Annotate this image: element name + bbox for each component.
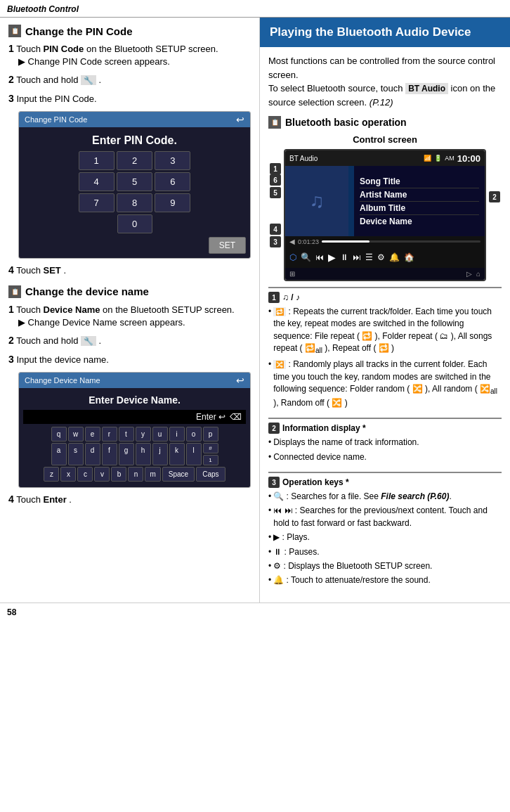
pause-icon[interactable]: ⏸ (340, 252, 348, 262)
del-icon: ⌫ (230, 412, 242, 422)
progress-area: ◀ 0:01:23 (285, 236, 485, 247)
key-c[interactable]: c (77, 467, 93, 482)
key-l[interactable]: l (186, 443, 202, 465)
key-7[interactable]: 7 (79, 193, 115, 212)
key-g[interactable]: g (119, 443, 134, 465)
elapsed-time: 0:01:23 (298, 238, 319, 245)
key-v[interactable]: v (94, 467, 110, 482)
bullet-track-info: • Displays the name of track information… (268, 437, 502, 449)
key-a[interactable]: a (51, 443, 67, 465)
callout-2: 2 (489, 191, 500, 202)
step-3-pin: 3 Input the PIN Code. (8, 93, 251, 105)
callout-5: 5 (270, 187, 281, 198)
search-icon[interactable]: 🔍 (301, 252, 311, 262)
step-4-device: 4 Touch Enter . (8, 494, 251, 506)
key-j[interactable]: j (152, 443, 168, 465)
settings-icon[interactable]: ⚙ (377, 252, 385, 262)
bullet-repeat: • 🔁 : Repeats the current track/folder. … (268, 306, 502, 356)
keyboard-row-3: z x c v b n m Space Caps (23, 467, 246, 482)
key-u[interactable]: u (152, 427, 168, 442)
page-header: Bluetooth Control (0, 0, 510, 18)
key-k[interactable]: k (169, 443, 185, 465)
step-2-device: 2 Touch and hold 🔧 . (8, 335, 251, 347)
key-hash[interactable]: # (203, 443, 218, 453)
key-o[interactable]: o (186, 427, 202, 442)
album-art: ♫ (285, 166, 348, 236)
key-8[interactable]: 8 (117, 193, 152, 212)
device-name-row: Device Name (360, 215, 479, 228)
key-b[interactable]: b (111, 467, 126, 482)
audio-control-screen: BT Audio 📶 🔋 AM 10:00 ♫ (284, 149, 486, 281)
key-e[interactable]: e (85, 427, 100, 442)
signal-icon: 📶 (424, 155, 431, 162)
bullet-search: • 🔍 : Searches for a file. See File sear… (268, 491, 502, 503)
play-icon[interactable]: ▶ (328, 252, 336, 263)
set-button[interactable]: SET (209, 237, 246, 254)
pin-screen-body: Enter PIN Code. 1 2 3 4 5 6 7 8 9 0 SET (19, 127, 250, 258)
key-space[interactable]: Space (162, 467, 195, 482)
key-6[interactable]: 6 (155, 172, 190, 191)
step-1-device: 1 Touch Device Name on the Bluetooth SET… (8, 304, 251, 329)
key-4[interactable]: 4 (79, 172, 115, 191)
key-d[interactable]: d (85, 443, 100, 465)
bullet-random: • 🔀 : Randomly plays all tracks in the c… (268, 359, 502, 409)
device-name-screen: Change Device Name ↩ Enter Device Name. … (18, 372, 251, 488)
key-1[interactable]: 1 (79, 151, 115, 170)
key-z[interactable]: z (44, 467, 59, 482)
sound-icon[interactable]: 🔔 (389, 252, 400, 262)
menu-icon[interactable]: ☰ (365, 252, 373, 262)
home-icon[interactable]: 🏠 (404, 252, 414, 262)
chevron-left-icon: ◀ (289, 238, 295, 245)
section2-icon: 📋 (8, 285, 21, 298)
triangle-icon: ▷ (466, 270, 472, 278)
bullet-pause: • ⏸ : Pauses. (268, 546, 502, 558)
artist-name-row: Artist Name (360, 188, 479, 202)
key-y[interactable]: y (136, 427, 151, 442)
callout-badge-1: 1 (268, 292, 280, 303)
key-5[interactable]: 5 (117, 172, 152, 191)
prev-icon[interactable]: ⏮ (315, 252, 324, 262)
keyboard-input-field: Enter ↩ ⌫ (23, 410, 246, 424)
back-icon-2: ↩ (236, 375, 244, 386)
key-p[interactable]: p (203, 427, 218, 442)
progress-fill (322, 240, 370, 243)
key-w[interactable]: w (68, 427, 84, 442)
back-icon: ↩ (236, 114, 244, 125)
key-r[interactable]: r (102, 427, 117, 442)
key-i[interactable]: i (169, 427, 185, 442)
next-icon[interactable]: ⏭ (353, 252, 361, 262)
key-0[interactable]: 0 (117, 214, 152, 233)
key-s[interactable]: s (68, 443, 84, 465)
key-n[interactable]: n (128, 467, 143, 482)
audio-screen-main: ♫ Song Title Artist Name Album Title Dev… (285, 166, 485, 236)
pin-screen-header: Change PIN Code ↩ (19, 112, 250, 127)
key-caps[interactable]: Caps (196, 467, 225, 482)
key-t[interactable]: t (119, 427, 134, 442)
source-label: BT Audio (289, 155, 318, 162)
house-icon: ⌂ (476, 270, 480, 278)
step-2-pin: 2 Touch and hold 🔧 . (8, 74, 251, 86)
key-2[interactable]: 2 (117, 151, 152, 170)
device-screen-header: Change Device Name ↩ (19, 373, 250, 388)
battery-icon: 🔋 (434, 155, 442, 162)
key-q[interactable]: q (51, 427, 67, 442)
bullet-setup: • ⚙ : Displays the Bluetooth SETUP scree… (268, 560, 502, 572)
subsection-bluetooth-basic: 📋 Bluetooth basic operation (268, 116, 502, 129)
key-1-kb[interactable]: 1 (203, 455, 218, 465)
step-1-pin: 1 Touch PIN Code on the Bluetooth SETUP … (8, 43, 251, 68)
key-3[interactable]: 3 (155, 151, 190, 170)
key-9[interactable]: 9 (155, 193, 190, 212)
track-info-panel: Song Title Artist Name Album Title Devic… (354, 166, 485, 236)
key-x[interactable]: x (60, 467, 76, 482)
info-block-1: 1 ♫ / ♪ • 🔁 : Repeats the current track/… (268, 287, 502, 415)
keyboard-prompt: Enter Device Name. (23, 392, 246, 410)
key-f[interactable]: f (102, 443, 117, 465)
music-note-icon: ♫ (310, 190, 325, 212)
section-device-name-title: 📋 Change the device name (8, 285, 251, 298)
key-m[interactable]: m (145, 467, 160, 482)
grid-icon: ⊞ (289, 270, 295, 278)
key-h[interactable]: h (136, 443, 151, 465)
pin-prompt: Enter PIN Code. (23, 131, 246, 151)
song-title-row: Song Title (360, 175, 479, 188)
audio-screen-topbar: BT Audio 📶 🔋 AM 10:00 (285, 150, 485, 166)
